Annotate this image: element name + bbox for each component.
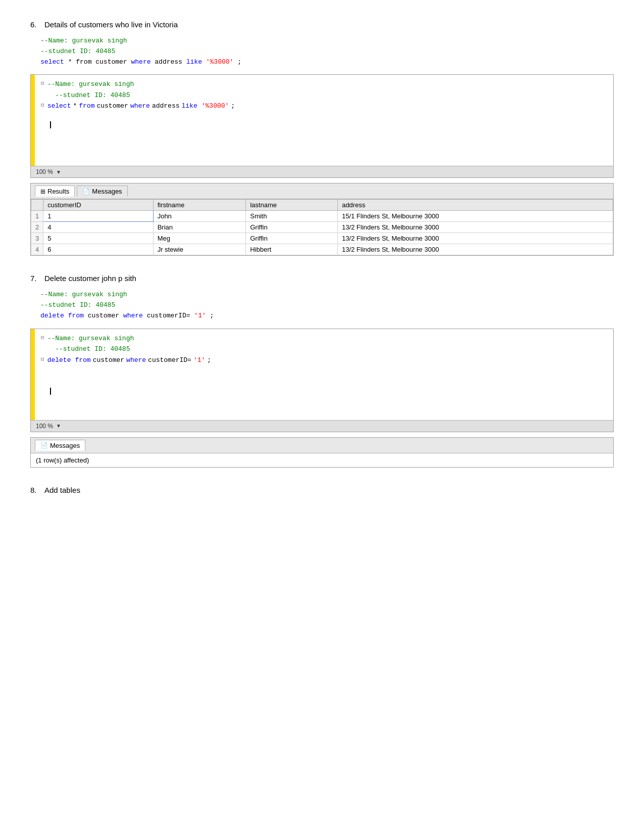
zoom-arrow-6[interactable]: ▼ xyxy=(56,169,61,175)
results-header-row-6: customerID firstname lastname address xyxy=(31,200,613,211)
cell-address-4: 13/2 Flinders St, Melbourne 3000 xyxy=(337,244,613,255)
cell-lastname-3: Griffin xyxy=(246,233,338,244)
cell-firstname-2: Brian xyxy=(153,222,246,233)
table-row: 2 4 Brian Griffin 13/2 Flinders St, Melb… xyxy=(31,222,613,233)
col-header-customerid: customerID xyxy=(43,200,153,211)
section-7: 7. Delete customer john p sith --Name: g… xyxy=(30,274,614,467)
sql-editor-panel-6: ⊟ --Name: gursevak singh --studnet ID: 4… xyxy=(30,74,614,178)
sql-footer-6: 100 % ▼ xyxy=(31,166,613,177)
section-number-8: 8. xyxy=(30,486,40,494)
sql-editor-content-7[interactable]: ⊟ --Name: gursevak singh --studnet ID: 4… xyxy=(35,329,613,420)
collapse-icon-1[interactable]: ⊟ xyxy=(41,79,44,88)
sql-editor-line-2: --studnet ID: 40485 xyxy=(41,90,607,101)
sql-cursor-7 xyxy=(49,386,607,396)
messages-tabs-7: 📄 Messages xyxy=(31,438,613,453)
code-line-comment-7-1: --Name: gursevak singh xyxy=(40,290,614,300)
collapse-spacer-7-2 xyxy=(41,344,44,353)
results-panel-6: ⊞ Results 📄 Messages customerID firstnam… xyxy=(30,183,614,256)
code-line-delete: delete from customer where customerID= '… xyxy=(40,311,614,321)
row-num-1: 1 xyxy=(31,211,43,222)
sql-editor-line-7-2: --studnet ID: 40485 xyxy=(41,344,607,354)
sql-editor-line-7-3: ⊟ delete from customer where customerID=… xyxy=(41,355,607,365)
collapse-icon-7-3[interactable]: ⊟ xyxy=(41,355,44,364)
cell-customerid-2: 4 xyxy=(43,222,153,233)
messages-content-7: (1 row(s) affected) xyxy=(31,453,613,467)
col-header-empty xyxy=(31,200,43,211)
code-line-comment-2: --studnet ID: 40485 xyxy=(40,47,614,57)
messages-tab-label-6: Messages xyxy=(92,188,122,195)
sql-editor-inner-7: ⊟ --Name: gursevak singh --studnet ID: 4… xyxy=(31,329,613,420)
col-header-lastname: lastname xyxy=(246,200,338,211)
messages-icon-7: 📄 xyxy=(40,442,48,449)
collapse-icon-7-1[interactable]: ⊟ xyxy=(41,333,44,342)
results-tabs-6: ⊞ Results 📄 Messages xyxy=(31,183,613,199)
section-6-heading: 6. Details of customers who live in Vict… xyxy=(30,20,614,29)
tab-messages-7[interactable]: 📄 Messages xyxy=(35,440,85,451)
table-row: 1 1 John Smith 15/1 Flinders St, Melbour… xyxy=(31,211,613,222)
cell-firstname-3: Meg xyxy=(153,233,246,244)
section-6: 6. Details of customers who live in Vict… xyxy=(30,20,614,256)
code-line-select: select * from customer where address lik… xyxy=(40,57,614,68)
sql-footer-7: 100 % ▼ xyxy=(31,420,613,432)
table-row: 3 5 Meg Griffin 13/2 Flinders St, Melbou… xyxy=(31,233,613,244)
zoom-arrow-7[interactable]: ▼ xyxy=(56,423,61,429)
section-number-6: 6. xyxy=(30,20,40,29)
zoom-level-6: 100 % xyxy=(36,168,53,175)
cell-firstname-1: John xyxy=(153,211,246,222)
col-header-firstname: firstname xyxy=(153,200,246,211)
sql-gutter-7 xyxy=(31,329,35,420)
collapse-icon-3[interactable]: ⊟ xyxy=(41,101,44,110)
sql-editor-inner-6: ⊟ --Name: gursevak singh --studnet ID: 4… xyxy=(31,75,613,166)
cell-customerid-1: 1 xyxy=(43,211,153,222)
sql-editor-panel-7: ⊟ --Name: gursevak singh --studnet ID: 4… xyxy=(30,329,614,432)
row-num-2: 2 xyxy=(31,222,43,233)
col-header-address: address xyxy=(337,200,613,211)
code-line-comment-7-2: --studnet ID: 40485 xyxy=(40,300,614,311)
cell-lastname-2: Griffin xyxy=(246,222,338,233)
row-num-3: 3 xyxy=(31,233,43,244)
section-7-heading: 7. Delete customer john p sith xyxy=(30,274,614,283)
section-title-8: Add tables xyxy=(44,486,80,494)
messages-tab-label-7: Messages xyxy=(50,442,80,449)
section-number-7: 7. xyxy=(30,274,40,283)
section-title-6: Details of customers who live in Victori… xyxy=(44,20,178,29)
collapse-spacer-2 xyxy=(41,90,44,99)
code-line-comment-1: --Name: gursevak singh xyxy=(40,36,614,47)
table-row: 4 6 Jr stewie Hibbert 13/2 Flinders St, … xyxy=(31,244,613,255)
row-num-4: 4 xyxy=(31,244,43,255)
sql-editor-line-1: ⊟ --Name: gursevak singh xyxy=(41,79,607,89)
section-title-7: Delete customer john p sith xyxy=(44,274,136,283)
cell-customerid-3: 5 xyxy=(43,233,153,244)
results-icon-6: ⊞ xyxy=(40,188,45,195)
sql-editor-content-6[interactable]: ⊟ --Name: gursevak singh --studnet ID: 4… xyxy=(35,75,613,166)
results-table-6: customerID firstname lastname address 1 … xyxy=(31,199,613,255)
cell-customerid-4: 6 xyxy=(43,244,153,255)
messages-icon-6: 📄 xyxy=(82,188,90,195)
sql-cursor-6 xyxy=(49,120,607,130)
sql-editor-line-3: ⊟ select * from customer where address l… xyxy=(41,101,607,111)
message-text-7: (1 row(s) affected) xyxy=(36,456,89,464)
zoom-level-7: 100 % xyxy=(36,423,53,430)
sql-gutter-6 xyxy=(31,75,35,166)
cell-address-2: 13/2 Flinders St, Melbourne 3000 xyxy=(337,222,613,233)
cell-address-3: 13/2 Flinders St, Melbourne 3000 xyxy=(337,233,613,244)
sql-editor-line-7-1: ⊟ --Name: gursevak singh xyxy=(41,333,607,344)
section-8: 8. Add tables xyxy=(30,486,614,494)
code-block-7: --Name: gursevak singh --studnet ID: 404… xyxy=(30,290,614,321)
results-tab-label-6: Results xyxy=(47,188,69,195)
tab-messages-6[interactable]: 📄 Messages xyxy=(77,186,127,197)
cell-firstname-4: Jr stewie xyxy=(153,244,246,255)
tab-results-6[interactable]: ⊞ Results xyxy=(35,186,75,197)
cell-lastname-4: Hibbert xyxy=(246,244,338,255)
cell-address-1: 15/1 Flinders St, Melbourne 3000 xyxy=(337,211,613,222)
code-block-6: --Name: gursevak singh --studnet ID: 404… xyxy=(30,36,614,67)
results-table-wrapper-6: customerID firstname lastname address 1 … xyxy=(31,199,613,255)
cell-lastname-1: Smith xyxy=(246,211,338,222)
section-8-heading: 8. Add tables xyxy=(30,486,614,494)
messages-panel-7: 📄 Messages (1 row(s) affected) xyxy=(30,437,614,468)
